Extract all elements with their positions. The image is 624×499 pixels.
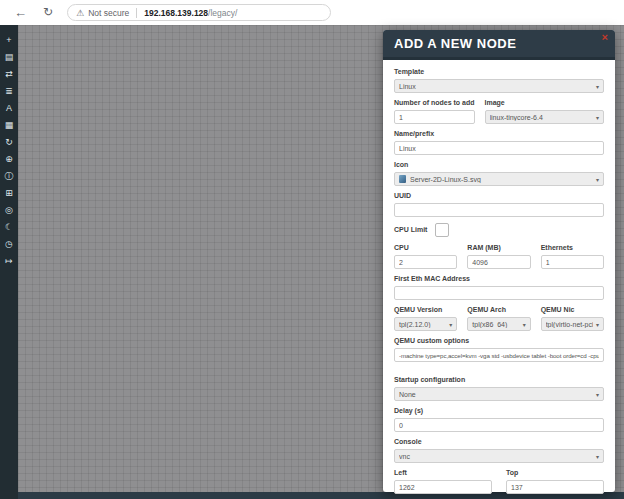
count-label: Number of nodes to add — [394, 99, 475, 107]
qemu-options-label: QEMU custom options — [394, 337, 604, 345]
ethernets-input[interactable] — [541, 255, 604, 269]
url-host: 192.168.139.128 — [144, 8, 208, 18]
top-input[interactable] — [506, 480, 604, 494]
close-icon[interactable]: × — [602, 32, 608, 43]
browser-chrome: ← ↻ ⚠ Not secure 192.168.139.128 /legacy… — [0, 0, 624, 25]
chevron-down-icon: ▾ — [596, 453, 599, 460]
console-value: vnc — [399, 453, 593, 460]
name-input[interactable] — [394, 141, 604, 155]
ram-label: RAM (MB) — [467, 244, 530, 252]
url-bar[interactable]: ⚠ Not secure 192.168.139.128 /legacy/ — [67, 4, 331, 21]
qemu-version-label: QEMU Version — [394, 306, 457, 314]
mac-label: First Eth MAC Address — [394, 275, 604, 283]
table-icon[interactable]: ⊞ — [0, 185, 18, 202]
refresh-icon[interactable]: ↻ — [0, 134, 18, 151]
networks-icon[interactable]: ≣ — [0, 83, 18, 100]
startup-config-label: Startup configuration — [394, 376, 604, 384]
qemu-arch-select[interactable]: tpl(x86_64) ▾ — [467, 317, 530, 331]
left-input[interactable] — [394, 480, 492, 494]
dark-mode-icon[interactable]: ☾ — [0, 219, 18, 236]
qemu-nic-select[interactable]: tpl(virtio-net-pci) ▾ — [541, 317, 604, 331]
grid-icon[interactable]: ▦ — [0, 117, 18, 134]
ethernets-label: Ethernets — [541, 244, 604, 252]
chevron-down-icon: ▾ — [523, 321, 526, 328]
reload-button[interactable]: ↻ — [43, 0, 53, 25]
qemu-arch-label: QEMU Arch — [467, 306, 530, 314]
qemu-nic-label: QEMU Nic — [541, 306, 604, 314]
left-toolbar: + ▤ ⇄ ≣ A ▦ ↻ ⊕ ⓘ ⊞ ◎ ☾ ◷ ↦ — [0, 25, 18, 499]
not-secure-label: Not secure — [88, 8, 129, 18]
startup-config-value: None — [399, 391, 593, 398]
url-bar-divider — [136, 8, 137, 18]
icon-value: Server-2D-Linux-S.svg — [410, 176, 593, 183]
cpu-limit-label: CPU Limit — [394, 226, 427, 234]
delay-label: Delay (s) — [394, 407, 604, 415]
info-icon[interactable]: ⓘ — [0, 168, 18, 185]
name-label: Name/prefix — [394, 130, 604, 138]
chevron-down-icon: ▾ — [596, 114, 599, 121]
chevron-down-icon: ▾ — [596, 391, 599, 398]
startup-config-select[interactable]: None ▾ — [394, 387, 604, 401]
template-value: Linux — [399, 83, 593, 90]
url-path: /legacy/ — [208, 8, 237, 18]
timer-icon[interactable]: ◷ — [0, 236, 18, 253]
icon-select[interactable]: Server-2D-Linux-S.svg ▾ — [394, 172, 604, 186]
uuid-input[interactable] — [394, 203, 604, 217]
not-secure-warning-icon[interactable]: ⚠ — [76, 8, 84, 18]
cpu-label: CPU — [394, 244, 457, 252]
dialog-body: Template Linux ▾ Number of nodes to add … — [383, 60, 615, 499]
left-label: Left — [394, 469, 492, 477]
icon-file-thumbnail — [399, 175, 406, 183]
chevron-down-icon: ▾ — [449, 321, 452, 328]
uuid-label: UUID — [394, 192, 604, 200]
qemu-options-input[interactable] — [394, 348, 604, 362]
delay-input[interactable] — [394, 418, 604, 432]
qemu-version-value: tpl(2.12.0) — [399, 321, 446, 328]
cpu-input[interactable] — [394, 255, 457, 269]
console-select[interactable]: vnc ▾ — [394, 449, 604, 463]
chevron-down-icon: ▾ — [596, 321, 599, 328]
image-label: Image — [485, 99, 605, 107]
count-input[interactable] — [394, 110, 475, 124]
top-label: Top — [506, 469, 604, 477]
dialog-title: ADD A NEW NODE — [383, 30, 615, 57]
qemu-version-select[interactable]: tpl(2.12.0) ▾ — [394, 317, 457, 331]
status-icon[interactable]: ◎ — [0, 202, 18, 219]
dialog-header: ADD A NEW NODE × — [383, 30, 615, 60]
template-select[interactable]: Linux ▾ — [394, 79, 604, 93]
zoom-icon[interactable]: ⊕ — [0, 151, 18, 168]
node-icon[interactable]: ▤ — [0, 49, 18, 66]
chevron-down-icon: ▾ — [596, 176, 599, 183]
qemu-nic-value: tpl(virtio-net-pci) — [546, 321, 593, 328]
text-icon[interactable]: A — [0, 100, 18, 117]
add-node-dialog: ADD A NEW NODE × Template Linux ▾ Number… — [383, 30, 615, 492]
console-label: Console — [394, 438, 604, 446]
icon-label: Icon — [394, 161, 604, 169]
mac-input[interactable] — [394, 286, 604, 300]
cpu-limit-checkbox[interactable] — [435, 223, 449, 237]
add-object-icon[interactable]: + — [0, 32, 18, 49]
back-button[interactable]: ← — [14, 0, 27, 25]
section-spacer — [394, 368, 604, 376]
ram-input[interactable] — [467, 255, 530, 269]
template-label: Template — [394, 68, 604, 76]
chevron-down-icon: ▾ — [596, 83, 599, 90]
qemu-arch-value: tpl(x86_64) — [472, 321, 519, 328]
logout-icon[interactable]: ↦ — [0, 253, 18, 270]
connections-icon[interactable]: ⇄ — [0, 66, 18, 83]
image-value: linux-tinycore-6.4 — [490, 114, 593, 121]
image-select[interactable]: linux-tinycore-6.4 ▾ — [485, 110, 605, 124]
